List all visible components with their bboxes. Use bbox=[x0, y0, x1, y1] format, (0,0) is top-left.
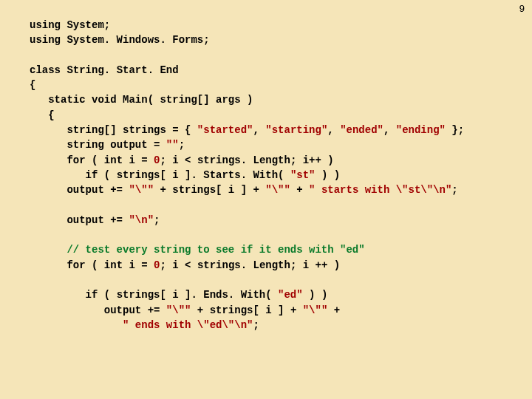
code-kw: static void bbox=[30, 94, 117, 106]
code-text: output += bbox=[30, 304, 166, 316]
code-text: ; i < strings. Length; i++ ) bbox=[160, 154, 333, 166]
code-str: "ending" bbox=[396, 124, 446, 136]
code-str: "\"" bbox=[303, 304, 328, 316]
code-kw: for bbox=[30, 154, 86, 166]
code-text: output += bbox=[30, 214, 129, 226]
code-text: , bbox=[383, 124, 396, 136]
code-str: " ends with \"ed\"\n" bbox=[123, 319, 253, 331]
code-kw: if bbox=[30, 169, 98, 181]
code-str: "\"" bbox=[166, 304, 191, 316]
code-text: output = bbox=[104, 139, 166, 151]
code-text: , bbox=[253, 124, 265, 136]
code-text: ( bbox=[86, 259, 104, 271]
code-str: "started" bbox=[197, 124, 253, 136]
code-kw: class bbox=[30, 64, 61, 76]
code-id: String. Start. End bbox=[61, 64, 179, 76]
code-text: ) ) bbox=[315, 169, 340, 181]
code-text: { bbox=[30, 79, 35, 91]
code-str: "ed" bbox=[278, 289, 303, 301]
code-text: + bbox=[290, 184, 309, 196]
code-text: ; i < strings. Length; i ++ ) bbox=[160, 259, 340, 271]
code-text: ) ) bbox=[303, 289, 328, 301]
slide: 9 using System; using System. Windows. F… bbox=[0, 0, 532, 399]
code-text: ; bbox=[154, 214, 160, 226]
code-text: ; bbox=[253, 319, 259, 331]
code-line: using System; bbox=[30, 19, 110, 31]
code-kw: if bbox=[30, 289, 98, 301]
code-text: + strings[ i ] + bbox=[191, 304, 302, 316]
code-text: { bbox=[30, 109, 55, 121]
code-text: ; bbox=[179, 139, 185, 151]
code-kw: string bbox=[30, 124, 104, 136]
code-block: using System; using System. Windows. For… bbox=[0, 0, 532, 332]
code-str: "\n" bbox=[129, 214, 154, 226]
code-text: }; bbox=[446, 124, 464, 136]
code-text: + bbox=[327, 304, 340, 316]
code-comment: // test every string to see if it ends w… bbox=[30, 244, 365, 256]
code-text: i = bbox=[123, 259, 154, 271]
code-str: " starts with \"st\"\n" bbox=[309, 184, 451, 196]
code-kw: string bbox=[30, 139, 104, 151]
code-text: + strings[ i ] + bbox=[154, 184, 265, 196]
code-line: using System. Windows. Forms; bbox=[30, 34, 210, 46]
code-str: "\"" bbox=[129, 184, 154, 196]
code-text: ; bbox=[451, 184, 457, 196]
code-text bbox=[30, 319, 123, 331]
page-number: 9 bbox=[519, 3, 525, 14]
code-kw: for bbox=[30, 259, 86, 271]
code-text: output += bbox=[30, 184, 129, 196]
code-text: [] strings = { bbox=[104, 124, 197, 136]
code-str: "starting" bbox=[265, 124, 327, 136]
code-text: ( bbox=[86, 154, 104, 166]
code-kw: string bbox=[160, 94, 197, 106]
code-str: "st" bbox=[290, 169, 316, 181]
code-str: "\"" bbox=[265, 184, 290, 196]
code-text: [] args ) bbox=[197, 94, 253, 106]
code-kw: int bbox=[104, 259, 123, 271]
code-str: "" bbox=[166, 139, 179, 151]
code-text: , bbox=[327, 124, 340, 136]
code-kw: int bbox=[104, 154, 123, 166]
code-text: Main( bbox=[117, 94, 160, 106]
code-text: ( strings[ i ]. Ends. With( bbox=[98, 289, 278, 301]
code-text: i = bbox=[123, 154, 154, 166]
code-text: ( strings[ i ]. Starts. With( bbox=[98, 169, 290, 181]
code-str: "ended" bbox=[340, 124, 383, 136]
